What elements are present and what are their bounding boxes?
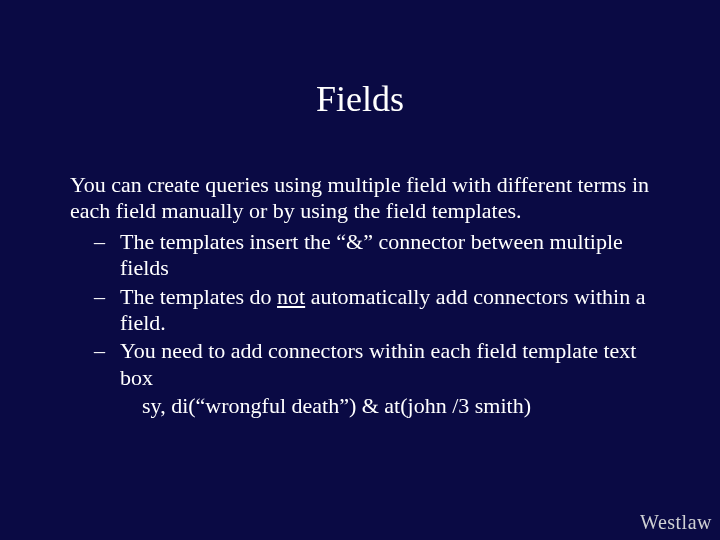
bullet-item: The templates insert the “&” connector b…: [70, 229, 658, 282]
bullet-item: The templates do not automatically add c…: [70, 284, 658, 337]
bullet-text: You need to add connectors within each f…: [120, 338, 636, 389]
intro-text: You can create queries using multiple fi…: [70, 172, 658, 225]
logo-law: law: [682, 511, 712, 533]
example-text: sy, di(“wrongful death”) & at(john /3 sm…: [70, 393, 658, 419]
bullet-item: You need to add connectors within each f…: [70, 338, 658, 391]
bullet-text-prefix: The templates do: [120, 284, 277, 309]
slide-title: Fields: [0, 78, 720, 120]
bullet-list: The templates insert the “&” connector b…: [70, 229, 658, 420]
logo-west: West: [640, 511, 682, 533]
slide: Fields You can create queries using mult…: [0, 0, 720, 540]
bullet-text-prefix: The templates insert the “: [120, 229, 346, 254]
westlaw-logo: Westlaw: [640, 511, 712, 534]
bullet-text-amp: &: [346, 229, 363, 254]
bullet-text-underlined: not: [277, 284, 305, 309]
slide-body: You can create queries using multiple fi…: [70, 172, 658, 420]
